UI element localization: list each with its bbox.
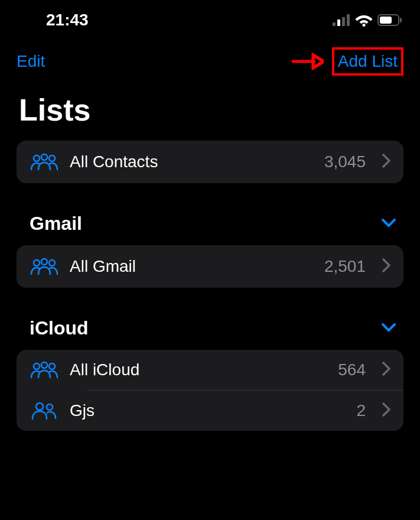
svg-point-16 — [49, 260, 55, 266]
nav-bar: Edit Add List — [0, 35, 420, 82]
row-count: 3,045 — [324, 152, 366, 171]
svg-point-14 — [34, 260, 40, 266]
row-label: All iCloud — [70, 360, 327, 379]
row-label: Gjs — [70, 401, 346, 420]
battery-icon — [377, 14, 402, 26]
section-title: Gmail — [30, 213, 82, 235]
list-row-gjs[interactable]: Gjs 2 — [17, 391, 403, 431]
svg-rect-6 — [380, 17, 392, 24]
svg-rect-0 — [333, 22, 336, 26]
group-icon — [30, 257, 59, 276]
svg-point-18 — [41, 362, 47, 368]
group-2-icon — [30, 401, 59, 420]
chevron-down-icon[interactable] — [381, 323, 396, 334]
group-icon — [30, 360, 59, 379]
svg-rect-2 — [342, 17, 345, 26]
section-header-icloud: iCloud — [0, 288, 420, 350]
edit-button[interactable]: Edit — [17, 52, 45, 71]
section-title: iCloud — [30, 317, 89, 339]
row-label: All Contacts — [70, 152, 314, 171]
chevron-right-icon — [382, 258, 390, 275]
section-header-gmail: Gmail — [0, 183, 420, 245]
add-list-button[interactable]: Add List — [338, 52, 398, 71]
list-row-all-icloud[interactable]: All iCloud 564 — [17, 350, 403, 390]
row-count: 2 — [356, 401, 366, 420]
svg-point-12 — [41, 154, 47, 160]
svg-point-19 — [49, 363, 55, 369]
svg-point-4 — [363, 24, 366, 27]
row-count: 564 — [338, 360, 366, 379]
svg-rect-1 — [337, 20, 340, 26]
list-row-all-gmail[interactable]: All Gmail 2,501 — [17, 245, 403, 288]
all-contacts-card: All Contacts 3,045 — [17, 141, 403, 183]
row-count: 2,501 — [324, 257, 366, 276]
wifi-icon — [355, 14, 373, 27]
page-title: Lists — [0, 82, 420, 141]
status-icons — [333, 14, 402, 27]
signal-icon — [333, 14, 350, 26]
svg-point-17 — [34, 363, 40, 369]
group-icon — [30, 152, 59, 171]
svg-rect-7 — [400, 18, 402, 22]
chevron-down-icon[interactable] — [381, 218, 396, 230]
list-row-all-contacts[interactable]: All Contacts 3,045 — [17, 141, 403, 183]
svg-point-20 — [36, 403, 43, 410]
row-label: All Gmail — [70, 257, 314, 276]
chevron-right-icon — [382, 402, 390, 419]
gmail-card: All Gmail 2,501 — [17, 245, 403, 288]
svg-point-13 — [49, 155, 55, 161]
status-bar: 21:43 — [0, 0, 420, 35]
status-time: 21:43 — [46, 11, 89, 30]
annotation-highlight-box: Add List — [332, 47, 403, 76]
chevron-right-icon — [382, 154, 390, 170]
chevron-right-icon — [382, 362, 390, 378]
svg-rect-3 — [347, 14, 350, 26]
svg-point-21 — [47, 404, 53, 410]
icloud-card: All iCloud 564 Gjs 2 — [17, 350, 403, 431]
svg-point-11 — [34, 155, 40, 161]
svg-point-15 — [41, 259, 47, 265]
annotation-arrow-icon — [291, 53, 324, 70]
